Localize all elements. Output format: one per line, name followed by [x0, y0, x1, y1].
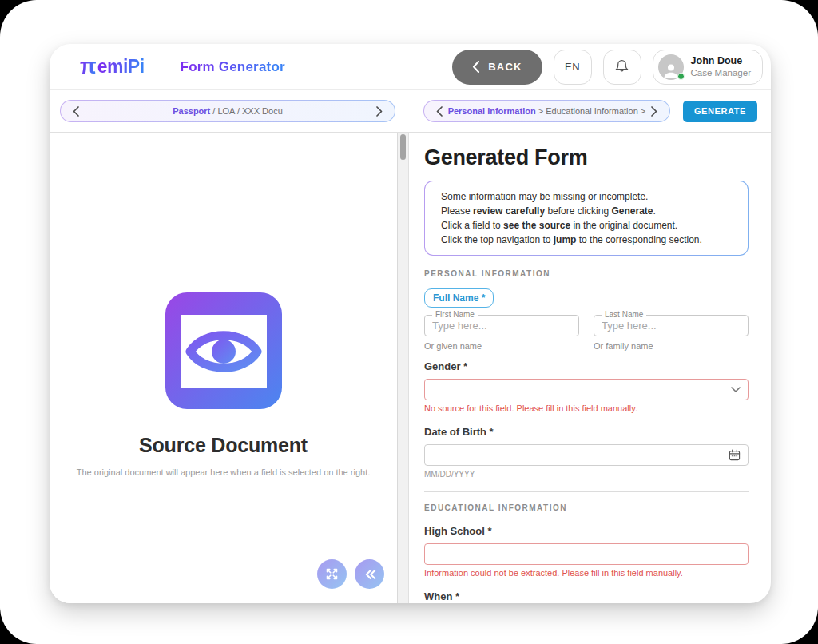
gender-label: Gender * — [424, 360, 749, 372]
source-document-eye-icon — [165, 292, 282, 412]
screen-background: π emiPi Form Generator BACK EN — [0, 0, 818, 644]
first-name-helper: Or given name — [424, 341, 579, 351]
avatar — [658, 54, 684, 80]
notice-line-4: Click the top navigation to jump to the … — [441, 233, 732, 247]
section-label-personal: PERSONAL INFORMATION — [424, 269, 749, 278]
page-title: Form Generator — [181, 59, 285, 75]
section-prev-button[interactable] — [435, 106, 444, 117]
first-name-label: First Name — [432, 310, 478, 319]
brand-logo: π emiPi — [80, 56, 145, 78]
first-name-field-wrap: First Name — [424, 315, 579, 336]
double-chevron-left-icon — [362, 566, 378, 582]
dob-label: Date of Birth * — [424, 426, 749, 438]
collapse-panel-button[interactable] — [355, 559, 384, 589]
breadcrumb-rest-doc: / LOA / XXX Docu — [210, 106, 283, 116]
section-next-button[interactable] — [649, 106, 659, 117]
back-button[interactable]: BACK — [452, 50, 542, 85]
dob-input[interactable] — [424, 444, 749, 466]
form-heading: Generated Form — [424, 145, 749, 170]
app-window: π emiPi Form Generator BACK EN — [50, 44, 771, 603]
section-label-educational: EDUCATIONAL INFORMATION — [424, 503, 749, 512]
app-header: π emiPi Form Generator BACK EN — [50, 44, 771, 90]
notifications-button[interactable] — [603, 50, 641, 85]
gender-error: No source for this field. Please fill in… — [424, 403, 749, 413]
notice-box: Some information may be missing or incom… — [424, 181, 749, 256]
back-button-label: BACK — [488, 61, 522, 73]
generated-form-panel: Generated Form Some information may be m… — [409, 133, 771, 603]
high-school-error: Information could not be extracted. Plea… — [424, 568, 749, 578]
brand-name: emiPi — [97, 56, 145, 78]
calendar-icon — [729, 449, 741, 461]
section-breadcrumb-container: Personal Information > Educational Infor… — [410, 100, 771, 122]
full-name-chip[interactable]: Full Name * — [424, 288, 494, 308]
document-next-button[interactable] — [375, 106, 384, 117]
nav-row: Passport / LOA / XXX Docu Personal Infor… — [50, 90, 771, 133]
expand-arrows-icon — [324, 566, 340, 582]
chevron-left-icon — [472, 61, 479, 73]
breadcrumb-active-doc: Passport — [173, 106, 210, 116]
user-name: John Doue — [691, 55, 751, 67]
last-name-label: Last Name — [602, 310, 646, 319]
language-button[interactable]: EN — [554, 50, 592, 85]
breadcrumb-active-section: Personal Information — [448, 106, 536, 116]
notice-line-2: Please review carefully before clicking … — [441, 204, 732, 218]
breadcrumb-rest-section: > Educational Information > — [536, 106, 646, 116]
expand-fullscreen-button[interactable] — [317, 559, 347, 589]
section-breadcrumb-text[interactable]: Personal Information > Educational Infor… — [444, 106, 649, 116]
chevron-down-icon — [731, 387, 741, 392]
form-scrollbar-track[interactable] — [398, 133, 409, 603]
document-breadcrumb-container: Passport / LOA / XXX Docu — [50, 100, 410, 122]
document-breadcrumb: Passport / LOA / XXX Docu — [60, 100, 395, 122]
user-profile-button[interactable]: John Doue Case Manager — [653, 50, 763, 85]
high-school-input[interactable] — [424, 543, 749, 565]
section-divider — [424, 491, 749, 492]
form-scrollbar-thumb[interactable] — [400, 134, 406, 160]
panel-action-buttons — [317, 559, 384, 589]
online-status-dot — [677, 73, 685, 80]
user-role: Case Manager — [691, 67, 751, 78]
pi-logo-icon: π — [80, 56, 97, 78]
last-name-field-wrap: Last Name — [594, 315, 749, 336]
gender-select[interactable] — [424, 379, 749, 400]
notice-line-1: Some information may be missing or incom… — [441, 189, 732, 204]
high-school-label: High School * — [424, 525, 749, 537]
last-name-helper: Or family name — [594, 341, 749, 351]
header-actions: BACK EN — [452, 50, 763, 85]
notice-line-3: Click a field to see the source in the o… — [441, 218, 732, 233]
source-document-panel: Source Document The original document wi… — [50, 133, 398, 603]
dob-helper: MM/DD/YYYY — [424, 470, 749, 479]
section-breadcrumb: Personal Information > Educational Infor… — [423, 100, 670, 122]
source-panel-description: The original document will appear here w… — [59, 467, 388, 477]
generate-button[interactable]: GENERATE — [683, 101, 757, 122]
document-breadcrumb-text[interactable]: Passport / LOA / XXX Docu — [81, 106, 375, 116]
main-content: Source Document The original document wi… — [50, 133, 771, 603]
source-placeholder: Source Document The original document wi… — [50, 292, 397, 477]
source-panel-title: Source Document — [50, 434, 397, 457]
name-fields-row: First Name Or given name Last Name Or fa… — [424, 315, 749, 351]
when-label: When * — [424, 590, 749, 602]
document-prev-button[interactable] — [71, 106, 81, 117]
bell-icon — [614, 59, 629, 74]
